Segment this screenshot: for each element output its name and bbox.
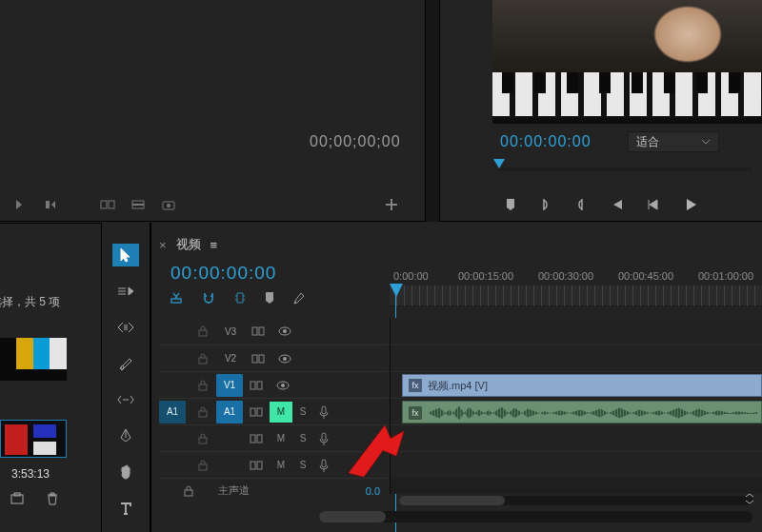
timeline-tab[interactable]: × 视频 ≡ [159, 236, 217, 253]
lock-icon[interactable] [190, 406, 216, 418]
mute-track-button[interactable]: M [270, 402, 292, 423]
bin-item-thumbnail[interactable] [0, 420, 67, 458]
video-clip[interactable]: fx 视频.mp4 [V] [402, 374, 762, 397]
lock-icon[interactable] [190, 325, 216, 337]
razor-tool-icon[interactable] [112, 352, 139, 375]
eye-icon[interactable] [271, 354, 298, 364]
sync-lock-icon[interactable] [243, 434, 270, 443]
track-select-tool-icon[interactable] [112, 280, 139, 303]
mute-track-button[interactable]: M [270, 428, 292, 449]
selection-tool-icon[interactable] [112, 244, 139, 266]
timeline-navigator-scrollbar[interactable] [399, 496, 752, 505]
track-header-v2[interactable]: V2 [159, 345, 388, 371]
sync-lock-icon[interactable] [245, 354, 271, 364]
add-marker-icon[interactable] [504, 198, 517, 211]
track-header-v3[interactable]: V3 [159, 318, 388, 345]
track-header-v1[interactable]: V1 [159, 371, 388, 398]
timeline-timecode[interactable]: 00:00:00:00 [170, 263, 276, 284]
lock-icon[interactable] [190, 380, 216, 391]
voice-record-icon[interactable] [313, 405, 334, 419]
type-tool-icon[interactable] [112, 497, 139, 520]
nest-sequence-icon[interactable] [169, 291, 184, 305]
track-lane-a3[interactable] [391, 451, 762, 478]
sync-lock-icon[interactable] [243, 461, 270, 470]
add-button-icon[interactable] [381, 196, 402, 213]
bin-item-thumbnail[interactable] [0, 338, 67, 381]
scrollbar-thumb[interactable] [399, 496, 505, 505]
play-icon[interactable] [683, 197, 698, 212]
voice-record-icon[interactable] [313, 432, 334, 445]
program-scrubber[interactable] [497, 162, 752, 179]
track-lane-a2[interactable] [391, 424, 762, 451]
source-patch-a1[interactable]: A1 [159, 401, 186, 424]
lock-icon[interactable] [190, 433, 216, 444]
track-lane-v2[interactable] [391, 345, 762, 371]
sync-lock-icon[interactable] [245, 326, 271, 336]
timeline-settings-icon[interactable] [292, 291, 306, 305]
svg-rect-18 [199, 384, 207, 390]
track-header-a1[interactable]: A1 A1 M S [159, 398, 388, 424]
solo-track-button[interactable]: S [292, 460, 313, 470]
hand-tool-icon[interactable] [112, 461, 139, 483]
svg-rect-13 [199, 358, 207, 364]
fx-badge-icon[interactable]: fx [409, 406, 422, 420]
zoom-level-select[interactable]: 适合 [628, 131, 719, 152]
track-header-a2[interactable]: M S [159, 424, 388, 451]
track-lane-a1[interactable]: fx [391, 398, 762, 424]
export-frame-icon[interactable] [158, 196, 179, 213]
master-label: 主声道 [218, 483, 366, 498]
track-header-a3[interactable]: M S [159, 451, 388, 478]
ripple-edit-tool-icon[interactable] [112, 316, 139, 339]
program-monitor-panel: 00:00:00:00 适合 [440, 0, 762, 222]
eye-icon[interactable] [270, 381, 296, 390]
step-back-icon[interactable] [647, 198, 660, 211]
lock-icon[interactable] [190, 460, 216, 471]
clip-duration-label: 3:53:13 [11, 467, 50, 481]
voice-record-icon[interactable] [313, 459, 334, 472]
chevron-down-icon [701, 139, 711, 145]
fx-badge-icon[interactable]: fx [409, 379, 422, 392]
track-lane-v3[interactable] [391, 318, 762, 345]
go-to-in-icon[interactable] [609, 198, 624, 211]
program-timecode[interactable]: 00:00:00:00 [500, 133, 592, 150]
expand-tracks-icon[interactable] [743, 492, 756, 505]
master-track-header[interactable]: 主声道 0.0 [159, 478, 388, 502]
track-lane-v1[interactable]: fx 视频.mp4 [V] [391, 371, 762, 398]
tab-menu-icon[interactable]: ≡ [211, 238, 218, 252]
audio-clip[interactable]: fx [402, 401, 762, 424]
delete-icon[interactable] [46, 492, 59, 505]
scrollbar-thumb[interactable] [319, 511, 386, 522]
insert-icon[interactable] [97, 196, 118, 213]
track-target-a1[interactable]: A1 [216, 401, 243, 424]
panel-divider[interactable] [425, 0, 440, 222]
track-target-v1[interactable]: V1 [216, 374, 243, 397]
sync-lock-icon[interactable] [243, 381, 270, 390]
lock-icon[interactable] [159, 485, 218, 497]
svg-rect-23 [199, 411, 207, 417]
close-tab-icon[interactable]: × [159, 238, 167, 252]
master-value[interactable]: 0.0 [366, 485, 380, 497]
overwrite-icon[interactable] [128, 196, 149, 213]
timeline-zoom-scrollbar[interactable] [319, 511, 752, 522]
svg-rect-35 [185, 490, 192, 496]
mark-in-icon[interactable] [540, 197, 551, 212]
mark-in-icon[interactable] [10, 196, 30, 213]
snap-icon[interactable] [201, 291, 216, 305]
mark-out-icon[interactable] [574, 197, 586, 212]
pen-tool-icon[interactable] [112, 424, 139, 447]
svg-rect-29 [257, 435, 262, 443]
mark-out-icon[interactable] [40, 196, 61, 213]
lock-icon[interactable] [190, 353, 216, 365]
sync-lock-icon[interactable] [243, 407, 270, 417]
svg-rect-15 [259, 355, 264, 363]
timeline-ruler[interactable]: 0:00:00 00:00:15:00 00:00:30:00 00:00:45… [390, 270, 762, 316]
solo-track-button[interactable]: S [292, 406, 313, 417]
linked-selection-icon[interactable] [233, 291, 247, 305]
mute-track-button[interactable]: M [270, 455, 292, 476]
slip-tool-icon[interactable] [112, 388, 139, 411]
eye-icon[interactable] [271, 326, 298, 336]
add-marker-icon[interactable] [264, 291, 275, 305]
solo-track-button[interactable]: S [292, 433, 313, 443]
timeline-tracks-area[interactable]: fx 视频.mp4 [V] fx [390, 318, 762, 494]
new-bin-icon[interactable] [10, 492, 25, 505]
